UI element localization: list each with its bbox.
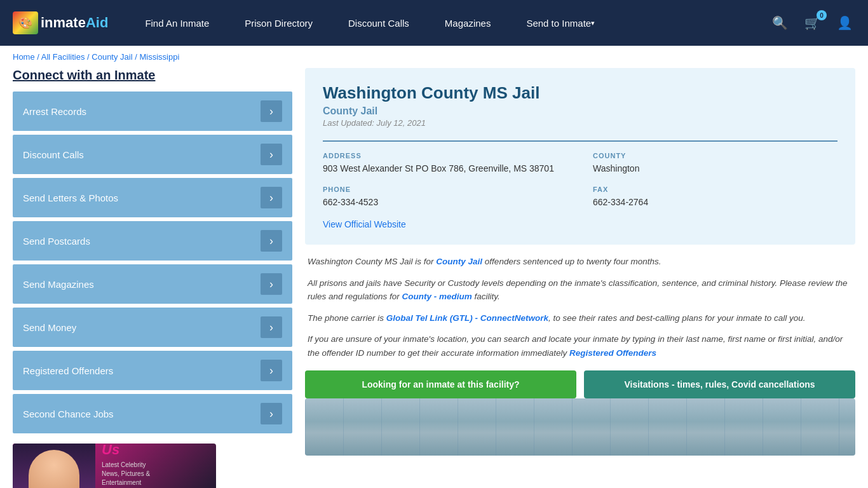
sidebar-item-label: Send Postcards [23,236,90,247]
description-area: Washington County MS Jail is for County … [305,255,855,360]
description-3: The phone carrier is Global Tel Link (GT… [308,311,853,325]
sidebar-item-label: Send Magazines [23,279,94,290]
arrow-icon: › [261,187,282,208]
arrow-icon: › [261,144,282,165]
ad-logo: Us [102,444,154,458]
nav-icons: 🔍 🛒 0 👤 [770,13,855,33]
arrow-icon: › [261,403,282,424]
breadcrumb-all-facilities[interactable]: All Facilities [41,52,85,62]
phone-value: 662-334-4523 [323,196,567,209]
county-label: COUNTY [593,152,837,159]
fax-value: 662-334-2764 [593,196,837,209]
facility-image [305,398,855,456]
arrow-icon: › [261,316,282,338]
gtl-link[interactable]: Global Tel Link (GTL) - ConnectNetwork [386,313,548,323]
sidebar-item-send-postcards[interactable]: Send Postcards › [13,221,292,261]
sidebar-item-label: Registered Offenders [23,365,113,376]
content-area: Washington County MS Jail County Jail La… [305,68,855,488]
search-button[interactable]: 🔍 [770,13,790,33]
nav-find-inmate[interactable]: Find An Inmate [127,0,227,46]
ad-text: Us Latest CelebrityNews, Pictures &Enter… [95,444,161,488]
sidebar-item-label: Discount Calls [23,149,84,160]
official-website-link[interactable]: View Official Website [323,219,406,229]
county-section: COUNTY Washington [593,152,837,175]
facility-last-updated: Last Updated: July 12, 2021 [323,118,837,128]
sidebar-item-label: Send Money [23,322,76,333]
breadcrumb-county-jail[interactable]: County Jail [92,52,132,62]
cart-button[interactable]: 🛒 0 [802,13,823,33]
registered-offenders-link[interactable]: Registered Offenders [569,348,656,358]
sidebar-item-send-money[interactable]: Send Money › [13,308,292,347]
facility-image-bg [305,398,855,456]
nav-discount-calls[interactable]: Discount Calls [330,0,427,46]
facility-type: County Jail [323,105,837,117]
ad-image [13,444,95,488]
sidebar-item-registered-offenders[interactable]: Registered Offenders › [13,351,292,390]
arrow-icon: › [261,100,282,122]
address-value: 903 West Alexander St PO Box 786, Greenv… [323,162,567,175]
sidebar-item-label: Send Letters & Photos [23,193,118,203]
fax-section: FAX 662-334-2764 [593,186,837,209]
nav-prison-directory[interactable]: Prison Directory [227,0,330,46]
sidebar-item-label: Second Chance Jobs [23,409,114,419]
main-container: Connect with an Inmate Arrest Records › … [0,68,868,488]
sidebar-item-send-letters[interactable]: Send Letters & Photos › [13,178,292,217]
facility-name: Washington County MS Jail [323,83,837,103]
cart-badge: 0 [817,10,827,20]
county-jail-link[interactable]: County Jail [436,257,482,266]
facility-card: Washington County MS Jail County Jail La… [305,68,855,245]
arrow-icon: › [261,360,282,381]
logo-text: inmateAid [41,15,108,31]
logo[interactable]: 🎨 inmateAid [13,11,108,34]
user-button[interactable]: 👤 [834,13,855,33]
visitation-button[interactable]: Visitations - times, rules, Covid cancel… [584,370,855,398]
action-buttons: Looking for an inmate at this facility? … [305,370,855,398]
description-4: If you are unsure of your inmate's locat… [308,332,853,360]
nav-magazines[interactable]: Magazines [427,0,509,46]
nav-send-to-inmate[interactable]: Send to Inmate [508,0,613,46]
facility-details: ADDRESS 903 West Alexander St PO Box 786… [323,140,837,209]
logo-icon: 🎨 [13,11,38,34]
address-section: ADDRESS 903 West Alexander St PO Box 786… [323,152,567,175]
ad-person-image [29,450,79,488]
sidebar: Connect with an Inmate Arrest Records › … [13,68,292,488]
county-medium-link[interactable]: County - medium [402,292,472,301]
navbar: 🎨 inmateAid Find An Inmate Prison Direct… [0,0,868,46]
breadcrumb-home[interactable]: Home [13,52,35,62]
county-value: Washington [593,162,837,175]
arrow-icon: › [261,230,282,252]
address-label: ADDRESS [323,152,567,159]
ad-tagline: Latest CelebrityNews, Pictures &Entertai… [102,461,154,487]
phone-section: PHONE 662-334-4523 [323,186,567,209]
sidebar-title: Connect with an Inmate [13,68,292,83]
breadcrumb: Home / All Facilities / County Jail / Mi… [0,46,868,68]
sidebar-item-send-magazines[interactable]: Send Magazines › [13,264,292,304]
fax-label: FAX [593,186,837,193]
sidebar-item-label: Arrest Records [23,106,86,117]
breadcrumb-mississippi[interactable]: Mississippi [139,52,179,62]
find-inmate-button[interactable]: Looking for an inmate at this facility? [305,370,576,398]
sidebar-item-discount-calls[interactable]: Discount Calls › [13,135,292,174]
sidebar-item-arrest-records[interactable]: Arrest Records › [13,92,292,131]
phone-label: PHONE [323,186,567,193]
nav-links: Find An Inmate Prison Directory Discount… [127,0,770,46]
description-2: All prisons and jails have Security or C… [308,276,853,304]
arrow-icon: › [261,273,282,295]
description-1: Washington County MS Jail is for County … [308,255,853,269]
sidebar-item-second-chance-jobs[interactable]: Second Chance Jobs › [13,394,292,433]
sidebar-advertisement: Us Latest CelebrityNews, Pictures &Enter… [13,444,216,488]
